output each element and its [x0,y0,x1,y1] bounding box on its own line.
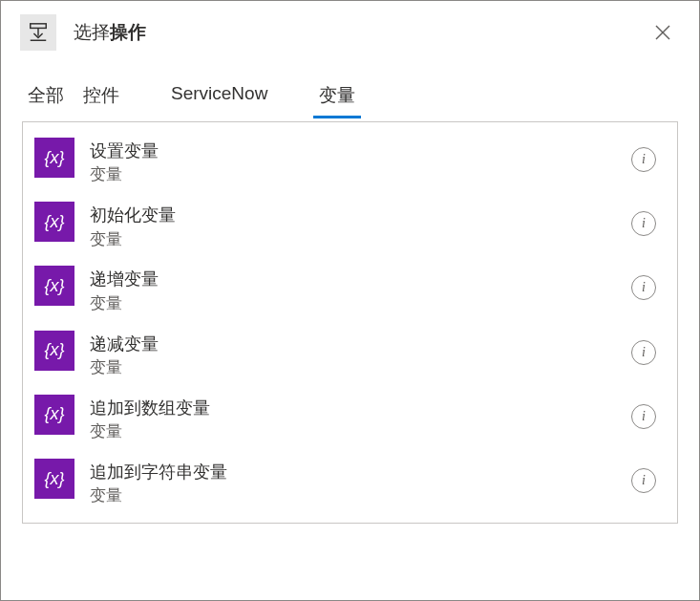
variable-icon: {x} [34,138,74,178]
variable-icon-glyph: {x} [44,276,64,296]
close-button[interactable] [646,15,680,50]
info-button[interactable]: i [631,468,656,493]
action-title: 递增变量 [90,268,631,290]
variable-icon-glyph: {x} [44,212,64,232]
action-text: 初始化变量变量 [90,202,631,250]
variable-icon: {x} [34,331,74,371]
action-text: 追加到字符串变量变量 [90,459,631,507]
action-item[interactable]: {x}追加到数组变量变量i [23,387,677,451]
action-text: 追加到数组变量变量 [90,395,631,443]
variable-icon: {x} [34,459,74,499]
action-text: 设置变量变量 [90,138,631,186]
svg-rect-0 [31,24,47,29]
action-item[interactable]: {x}递减变量变量i [23,323,677,387]
variable-icon-glyph: {x} [44,148,64,168]
variable-icon-glyph: {x} [44,404,64,424]
variable-icon: {x} [34,395,74,435]
action-subtitle: 变量 [90,229,631,251]
action-title: 追加到字符串变量 [90,461,631,483]
tabs: 全部控件ServiceNow变量 [1,64,699,118]
info-icon: i [642,410,646,423]
choose-operation-panel: 选择操作 全部控件ServiceNow变量 {x}设置变量变量i{x}初始化变量… [0,0,700,601]
action-item[interactable]: {x}追加到字符串变量变量i [23,451,677,515]
step-icon [20,14,56,51]
variable-icon-glyph: {x} [44,469,64,489]
action-title: 递减变量 [90,333,631,355]
action-title: 追加到数组变量 [90,397,631,419]
action-text: 递增变量变量 [90,266,631,314]
variable-icon: {x} [34,266,74,306]
info-button[interactable]: i [631,404,656,429]
info-button[interactable]: i [631,147,656,172]
tab-2[interactable]: ServiceNow [133,75,306,118]
info-icon: i [642,281,646,294]
action-subtitle: 变量 [90,293,631,315]
action-subtitle: 变量 [90,485,631,507]
close-icon [654,24,671,41]
action-title: 初始化变量 [90,204,631,226]
info-icon: i [642,474,646,487]
tab-0[interactable]: 全部 [22,75,70,118]
action-subtitle: 变量 [90,357,631,379]
action-item[interactable]: {x}初始化变量变量i [23,194,677,258]
panel-title-bold: 操作 [110,22,146,42]
variable-icon-glyph: {x} [44,340,64,360]
panel-title: 选择操作 [74,20,646,45]
info-icon: i [642,217,646,230]
variable-icon: {x} [34,202,74,242]
actions-list: {x}设置变量变量i{x}初始化变量变量i{x}递增变量变量i{x}递减变量变量… [22,121,678,524]
action-subtitle: 变量 [90,421,631,443]
action-subtitle: 变量 [90,164,631,186]
action-title: 设置变量 [90,140,631,162]
info-button[interactable]: i [631,340,656,365]
action-item[interactable]: {x}设置变量变量i [23,130,677,194]
info-button[interactable]: i [631,211,656,236]
panel-title-prefix: 选择 [74,22,110,42]
info-button[interactable]: i [631,275,656,300]
action-item[interactable]: {x}递增变量变量i [23,258,677,322]
panel-header: 选择操作 [1,1,699,64]
info-icon: i [642,153,646,166]
tab-1[interactable]: 控件 [77,75,125,118]
tab-3[interactable]: 变量 [313,75,361,118]
info-icon: i [642,346,646,359]
action-text: 递减变量变量 [90,331,631,379]
